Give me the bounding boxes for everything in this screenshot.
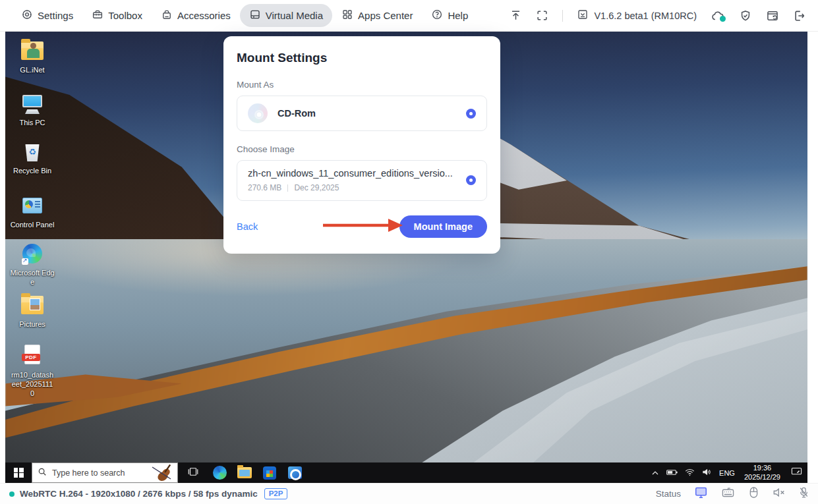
nav-settings[interactable]: Settings xyxy=(12,4,82,27)
keyboard-status-icon[interactable] xyxy=(721,487,735,501)
nav-apps-center-label: Apps Center xyxy=(358,10,413,21)
speaker-muted-icon[interactable] xyxy=(773,487,786,501)
tray-clock[interactable]: 19:36 2025/12/29 xyxy=(744,464,780,482)
meta-separator xyxy=(287,184,288,192)
speaker-icon[interactable] xyxy=(702,467,712,479)
system-tray: ENG 19:36 2025/12/29 xyxy=(651,464,807,482)
shield-check-icon[interactable] xyxy=(739,9,752,22)
top-toolbar: Settings Toolbox Accessories Virtual Med… xyxy=(0,0,818,32)
update-box-icon xyxy=(577,9,589,23)
pdf-file-icon: PDF xyxy=(19,343,45,368)
gear-icon xyxy=(21,9,33,22)
taskbar-outlook[interactable] xyxy=(282,462,307,483)
nav-help-label: Help xyxy=(448,10,468,21)
help-circle-icon xyxy=(431,9,443,22)
cdrom-radio-selected[interactable] xyxy=(466,109,476,119)
mount-as-label: Mount As xyxy=(237,80,487,90)
recycle-bin-icon: ♻ xyxy=(19,139,45,164)
tray-time: 19:36 xyxy=(744,464,780,473)
desktop-icon-label: Pictures xyxy=(19,320,45,329)
desktop-icon-label: Recycle Bin xyxy=(13,167,51,176)
mount-image-button[interactable]: Mount Image xyxy=(399,215,487,238)
desktop-icon-edge[interactable]: Microsoft Edge xyxy=(9,241,55,287)
nav-virtual-media[interactable]: Virtual Media xyxy=(240,4,332,27)
taskbar-edge[interactable] xyxy=(207,462,232,483)
cloud-icon[interactable] xyxy=(711,9,725,22)
outlook-icon xyxy=(288,466,302,479)
mouse-status-icon[interactable] xyxy=(748,486,759,501)
status-controls: Status xyxy=(656,486,809,501)
image-file-size: 270.6 MB xyxy=(248,183,281,192)
image-file-name: zh-cn_windows_11_consumer_editions_versi… xyxy=(248,168,471,179)
desktop-icon-pictures[interactable]: Pictures xyxy=(9,293,55,329)
taskbar-store[interactable] xyxy=(257,462,282,483)
mount-as-option-cdrom[interactable]: CD-Rom xyxy=(237,96,487,131)
mount-settings-dialog: Mount Settings Mount As CD-Rom Choose Im… xyxy=(223,36,500,254)
version-group[interactable]: V1.6.2 beta1 (RM10RC) xyxy=(577,9,697,23)
version-text: V1.6.2 beta1 (RM10RC) xyxy=(594,11,697,21)
virtual-media-icon xyxy=(249,9,261,22)
nav-help[interactable]: Help xyxy=(422,4,477,27)
nav-toolbox[interactable]: Toolbox xyxy=(82,4,152,27)
edge-icon xyxy=(213,466,227,480)
nav-toolbox-label: Toolbox xyxy=(108,10,142,21)
edge-icon xyxy=(19,241,45,266)
desktop-icon-recycle-bin[interactable]: ♻ Recycle Bin xyxy=(9,139,55,176)
taskbar-file-explorer[interactable] xyxy=(232,462,257,483)
pictures-folder-icon xyxy=(19,293,45,318)
stream-status-bar: WebRTC H.264 - 1920x1080 / 2676 kbps / 5… xyxy=(0,483,818,504)
desktop-icon-label: GL.iNet xyxy=(20,66,44,75)
control-panel-icon xyxy=(19,193,45,218)
tray-chevron-up-icon[interactable] xyxy=(651,467,659,479)
search-icon xyxy=(38,467,47,479)
choose-image-label: Choose Image xyxy=(237,144,487,154)
user-folder-icon xyxy=(19,38,45,63)
wifi-icon[interactable] xyxy=(685,467,695,479)
desktop-icon-label: Microsoft Edge xyxy=(10,269,55,287)
connection-dot-icon xyxy=(9,491,15,497)
p2p-badge: P2P xyxy=(264,488,288,499)
battery-icon[interactable] xyxy=(666,467,678,479)
image-file-meta: 270.6 MB Dec 29,2025 xyxy=(248,183,476,192)
fullscreen-icon[interactable] xyxy=(536,9,548,22)
microphone-muted-icon[interactable] xyxy=(799,486,809,501)
desktop-icon-label: rm10_datasheet_20251110 xyxy=(10,371,55,398)
desktop-icon-this-pc[interactable]: This PC xyxy=(9,91,55,128)
toolbox-icon xyxy=(92,9,103,22)
task-view-icon[interactable] xyxy=(187,466,199,480)
start-button[interactable] xyxy=(5,462,32,483)
dialog-footer: Back Mount Image xyxy=(237,215,487,238)
violin-doodle-icon xyxy=(150,462,175,483)
action-center-icon[interactable] xyxy=(791,466,802,479)
nav-settings-label: Settings xyxy=(38,10,73,21)
nav-apps-center[interactable]: Apps Center xyxy=(332,4,422,27)
desktop-icon-control-panel[interactable]: Control Panel xyxy=(9,193,55,230)
desktop-icon-glinet[interactable]: GL.iNet xyxy=(9,38,55,75)
windows-logo-icon xyxy=(14,468,24,478)
accessories-icon xyxy=(161,9,173,22)
desktop-icon-label: Control Panel xyxy=(11,221,55,230)
red-pointer-arrow xyxy=(321,217,404,237)
monitor-status-icon[interactable] xyxy=(694,486,708,501)
desktop-icon-label: This PC xyxy=(19,119,45,128)
cloud-status-dot xyxy=(720,16,726,22)
upload-icon[interactable] xyxy=(510,9,522,22)
image-option-card[interactable]: zh-cn_windows_11_consumer_editions_versi… xyxy=(237,160,487,201)
taskbar-search-box[interactable]: Type here to search xyxy=(32,462,178,483)
nav-accessories[interactable]: Accessories xyxy=(152,4,240,27)
file-explorer-icon xyxy=(237,467,252,478)
cdrom-option-label: CD-Rom xyxy=(278,108,316,119)
desktop-icon-pdf-datasheet[interactable]: PDF rm10_datasheet_20251110 xyxy=(9,343,55,398)
logout-icon[interactable] xyxy=(793,9,806,22)
image-file-date: Dec 29,2025 xyxy=(294,183,339,192)
cd-disc-icon xyxy=(248,103,268,123)
stream-info-text: WebRTC H.264 - 1920x1080 / 2676 kbps / 5… xyxy=(20,489,258,499)
back-link[interactable]: Back xyxy=(237,221,258,232)
language-indicator[interactable]: ENG xyxy=(719,469,735,477)
image-radio-selected[interactable] xyxy=(466,175,476,185)
toolbar-divider xyxy=(562,10,563,22)
microsoft-store-icon xyxy=(263,466,276,480)
nav-accessories-label: Accessories xyxy=(177,10,231,21)
tray-date: 2025/12/29 xyxy=(744,473,780,482)
screen-history-icon[interactable] xyxy=(766,9,779,22)
